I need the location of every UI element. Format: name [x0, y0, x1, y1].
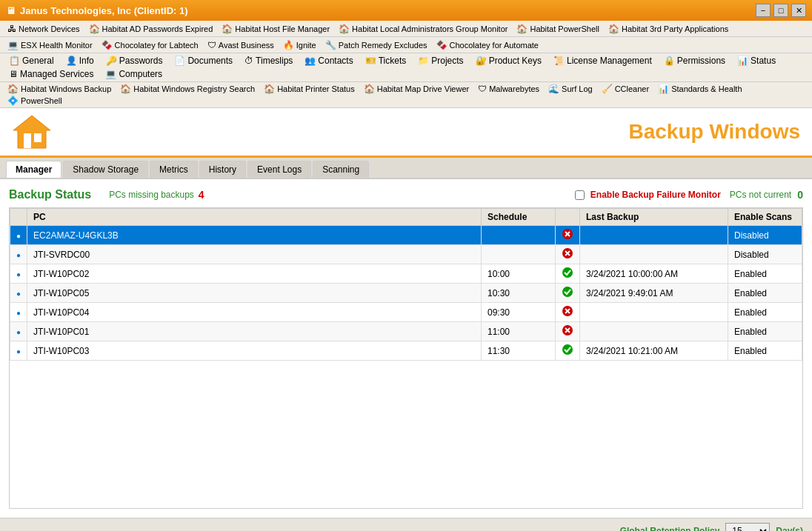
nav-chocolatey-auto[interactable]: 🍫 Chocolatey for Automate — [432, 39, 543, 51]
svg-rect-2 — [34, 133, 41, 142]
nav-habitat-printer[interactable]: 🏠 Habitat Printer Status — [259, 83, 359, 95]
menu-info-label: Info — [79, 56, 94, 66]
choc-lab-icon: 🍫 — [102, 40, 113, 50]
maximize-button[interactable]: □ — [773, 4, 788, 17]
menu-general-label: General — [22, 56, 54, 66]
backup-table: PC Schedule Last Backup Enable Scans ●EC… — [10, 208, 802, 361]
row-indicator: ● — [10, 284, 27, 303]
tab-shadow-storage[interactable]: Shadow Storage — [63, 161, 148, 178]
nav-patch[interactable]: 🔧 Patch Remedy Excludes — [321, 39, 432, 51]
menu-permissions[interactable]: 🔒 Permissions — [658, 54, 731, 67]
nav-habitat-3rd-label: Habitat 3rd Party Applications — [622, 24, 728, 33]
menu-managed-services[interactable]: 🖥 Managed Services — [3, 67, 99, 81]
table-row[interactable]: ●EC2AMAZ-U4GKL3BDisabled — [10, 226, 802, 245]
backup-status-row: Backup Status PCs missing backups 4 Enab… — [9, 188, 803, 201]
nav-habitat-passwords-label: Habitat AD Passwords Expired — [102, 24, 213, 33]
menu-passwords-label: Passwords — [119, 56, 163, 66]
nav-malwarebytes[interactable]: 🛡 Malwarebytes — [473, 83, 544, 95]
menu-status[interactable]: 📊 Status — [731, 54, 782, 67]
habitat-registry-icon: 🏠 — [120, 84, 131, 94]
tab-metrics[interactable]: Metrics — [150, 161, 198, 178]
table-row[interactable]: ●JTI-W10PC0510:303/24/2021 9:49:01 AMEna… — [10, 284, 802, 303]
nav-chocolatey-lab[interactable]: 🍫 Chocolatey for Labtech — [97, 39, 203, 51]
menu-info[interactable]: 👤 Info — [60, 54, 100, 67]
nav-ccleaner[interactable]: 🧹 CCleaner — [597, 83, 653, 95]
svg-rect-1 — [24, 133, 31, 148]
nav-avast[interactable]: 🛡 Avast Business — [203, 39, 279, 51]
enable-monitor-checkbox[interactable] — [575, 190, 585, 200]
nav-habitat-powershell[interactable]: 🏠 Habitat PowerShell — [512, 23, 604, 35]
nav-habitat-3rd-party[interactable]: 🏠 Habitat 3rd Party Applications — [604, 23, 733, 35]
nav-habitat-registry[interactable]: 🏠 Habitat Windows Registry Search — [116, 83, 259, 95]
nav-network-devices[interactable]: 🖧 Network Devices — [3, 23, 84, 35]
nav-network-devices-label: Network Devices — [19, 24, 80, 33]
table-row[interactable]: ●JTI-SVRDC00Disabled — [10, 245, 802, 264]
computers-icon: 💻 — [105, 69, 116, 79]
menu-product-keys[interactable]: 🔐 Product Keys — [470, 54, 548, 67]
tab-event-logs[interactable]: Event Logs — [247, 161, 311, 178]
row-last-backup: 3/24/2021 10:21:00 AM — [580, 341, 728, 361]
habitat-host-icon: 🏠 — [222, 24, 233, 34]
nav-habitat-local-admin-label: Habitat Local Administrators Group Monit… — [352, 24, 508, 33]
table-body: ●EC2AMAZ-U4GKL3BDisabled●JTI-SVRDC00Disa… — [10, 226, 802, 361]
nav-bar-2: 💻 ESX Health Monitor 🍫 Chocolatey for La… — [0, 37, 812, 53]
ignite-icon: 🔥 — [283, 40, 294, 50]
days-label: Day(s) — [776, 526, 803, 531]
nav-powershell[interactable]: 💠 PowerShell — [3, 95, 67, 107]
table-row[interactable]: ●JTI-W10PC0111:00Enabled — [10, 322, 802, 341]
menu-timeslips[interactable]: ⏱ Timeslips — [239, 54, 299, 67]
nav-esx[interactable]: 💻 ESX Health Monitor — [3, 39, 97, 51]
menu-computers-label: Computers — [119, 69, 162, 79]
tab-bar: Manager Shadow Storage Metrics History E… — [0, 158, 812, 179]
menu-permissions-label: Permissions — [677, 56, 725, 66]
tab-history[interactable]: History — [199, 161, 246, 178]
table-row[interactable]: ●JTI-W10PC0210:003/24/2021 10:00:00 AMEn… — [10, 264, 802, 284]
menu-contacts-label: Contacts — [318, 56, 353, 66]
nav-habitat-host[interactable]: 🏠 Habitat Host File Manager — [217, 23, 334, 35]
backup-status-right: Enable Backup Failure Monitor PCs not cu… — [575, 189, 803, 201]
menu-bar: 📋 General 👤 Info 🔑 Passwords 📄 Documents… — [0, 53, 812, 82]
row-status-icon — [556, 226, 580, 245]
nav-habitat-local-admin[interactable]: 🏠 Habitat Local Administrators Group Mon… — [334, 23, 512, 35]
menu-general[interactable]: 📋 General — [3, 54, 60, 67]
col-schedule: Schedule — [482, 209, 556, 226]
menu-license-label: License Management — [567, 56, 652, 66]
app-title: Janus Technologies, Inc (ClientID: 1) — [20, 5, 188, 16]
row-enable-scans: Enabled — [728, 303, 802, 322]
menu-tickets[interactable]: 🎫 Tickets — [359, 54, 413, 67]
pcs-missing-label: PCs missing backups — [109, 190, 194, 200]
row-schedule — [482, 226, 556, 245]
nav-habitat-passwords[interactable]: 🏠 Habitat AD Passwords Expired — [84, 23, 218, 35]
menu-projects[interactable]: 📁 Projects — [412, 54, 469, 67]
menu-license[interactable]: 📜 License Management — [548, 54, 658, 67]
row-schedule: 10:00 — [482, 264, 556, 284]
nav-habitat-printer-label: Habitat Printer Status — [277, 84, 355, 93]
product-keys-icon: 🔐 — [476, 56, 487, 66]
nav-standards-health[interactable]: 📊 Standards & Health — [653, 83, 746, 95]
table-row[interactable]: ●JTI-W10PC0311:303/24/2021 10:21:00 AMEn… — [10, 341, 802, 361]
minimize-button[interactable]: − — [756, 4, 771, 17]
tab-scanning[interactable]: Scanning — [313, 161, 369, 178]
row-indicator: ● — [10, 303, 27, 322]
table-row[interactable]: ●JTI-W10PC0409:30Enabled — [10, 303, 802, 322]
habitat-printer-icon: 🏠 — [264, 84, 275, 94]
menu-computers[interactable]: 💻 Computers — [99, 67, 168, 81]
nav-ignite[interactable]: 🔥 Ignite — [279, 39, 321, 51]
row-pc-name: EC2AMAZ-U4GKL3B — [27, 226, 482, 245]
standards-icon: 📊 — [658, 84, 669, 94]
menu-documents[interactable]: 📄 Documents — [168, 54, 239, 67]
nav-habitat-map-drive[interactable]: 🏠 Habitat Map Drive Viewer — [359, 83, 474, 95]
nav-habitat-backup[interactable]: 🏠 Habitat Windows Backup — [3, 83, 116, 95]
menu-contacts[interactable]: 👥 Contacts — [299, 54, 359, 67]
nav-surf-log[interactable]: 🌊 Surf Log — [544, 83, 597, 95]
close-button[interactable]: ✕ — [791, 4, 806, 17]
menu-passwords[interactable]: 🔑 Passwords — [100, 54, 169, 67]
nav-bar-1: 🖧 Network Devices 🏠 Habitat AD Passwords… — [0, 21, 812, 37]
tab-manager[interactable]: Manager — [6, 161, 61, 178]
contacts-icon: 👥 — [304, 56, 316, 66]
nav-chocolatey-auto-label: Chocolatey for Automate — [450, 41, 539, 50]
retention-select[interactable]: 15 5 10 20 30 60 90 — [725, 523, 770, 531]
nav-avast-label: Avast Business — [219, 41, 274, 50]
tickets-icon: 🎫 — [365, 56, 376, 66]
title-bar-left: 🖥 Janus Technologies, Inc (ClientID: 1) — [6, 5, 188, 16]
